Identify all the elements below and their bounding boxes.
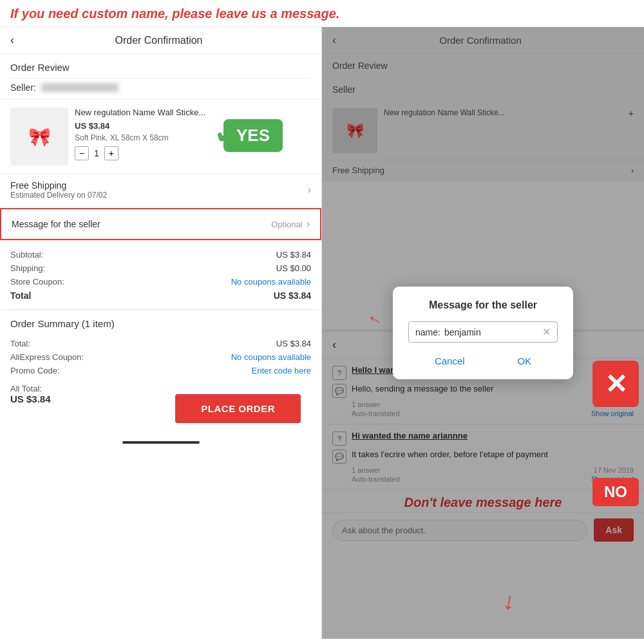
dialog-input-row[interactable]: name: benjamin ✕ — [408, 321, 558, 343]
total-value: US $3.84 — [274, 290, 311, 301]
product-image-placeholder: 🎀 — [10, 108, 68, 166]
subtotal-row: Subtotal: US $3.84 — [10, 248, 311, 261]
message-chevron-icon: › — [307, 218, 310, 230]
yes-badge: YES — [223, 119, 283, 152]
cost-summary: Subtotal: US $3.84 Shipping: US $0.00 St… — [0, 242, 321, 310]
shipping-cost-row: Shipping: US $0.00 — [10, 261, 311, 275]
seller-label: Seller: — [10, 82, 36, 93]
coupon-row: Store Coupon: No coupons available — [10, 275, 311, 289]
right-panel: ‹ Order Confirmation Order Review Seller… — [322, 27, 644, 639]
os-total-value: US $3.84 — [276, 339, 311, 348]
message-optional-label: Optional — [271, 220, 302, 229]
all-total-row: All Total: US $3.84 PLACE ORDER — [0, 380, 321, 436]
os-total-label: Total: — [10, 339, 30, 348]
place-order-button[interactable]: PLACE ORDER — [175, 394, 301, 423]
shipping-subtitle: Estimated Delivery on 07/02 — [10, 191, 308, 200]
total-label: Total — [10, 290, 31, 301]
message-for-seller-row[interactable]: Message for the seller Optional › — [0, 208, 321, 240]
qty-increase-btn[interactable]: + — [104, 146, 118, 160]
total-row: Total US $3.84 — [10, 289, 311, 303]
order-summary-costs: Total: US $3.84 AliExpress Coupon: No co… — [0, 334, 321, 380]
bottom-nav-bar — [122, 441, 200, 444]
shipping-row[interactable]: Free Shipping Estimated Delivery on 07/0… — [0, 174, 321, 207]
all-total-value: US $3.84 — [10, 393, 51, 404]
shipping-cost-label: Shipping: — [10, 263, 45, 273]
qty-decrease-btn[interactable]: − — [75, 146, 89, 160]
coupon-label: Store Coupon: — [10, 277, 64, 287]
product-image: 🎀 — [10, 108, 68, 166]
all-total-label: All Total: — [10, 384, 51, 393]
dialog-buttons: Cancel OK — [408, 353, 558, 369]
os-promo-label: Promo Code: — [10, 366, 60, 375]
red-arrow-up: ↑ — [363, 310, 386, 328]
message-seller-label: Message for the seller — [12, 219, 271, 229]
qty-value: 1 — [94, 148, 99, 158]
product-name: New regulation Name Wall Sticke... — [75, 108, 305, 118]
left-panel: ‹ Order Confirmation Order Review Seller… — [0, 27, 322, 639]
dialog-clear-icon[interactable]: ✕ — [542, 326, 551, 338]
os-total-row: Total: US $3.84 — [10, 337, 311, 350]
order-review-title: Order Review — [0, 54, 321, 78]
no-badge: NO — [592, 478, 639, 506]
os-promo-row: Promo Code: Enter code here — [10, 364, 311, 377]
banner-text: If you need custom name, please leave us… — [10, 6, 339, 21]
place-order-container: PLACE ORDER — [165, 384, 311, 433]
os-ali-coupon-label: AliExpress Coupon: — [10, 352, 84, 362]
os-promo-value: Enter code here — [251, 366, 311, 375]
subtotal-label: Subtotal: — [10, 250, 43, 260]
shipping-chevron-icon: › — [308, 184, 311, 196]
top-banner: If you need custom name, please leave us… — [0, 0, 644, 27]
coupon-value: No coupons available — [231, 277, 311, 287]
shipping-info: Free Shipping Estimated Delivery on 07/0… — [10, 180, 308, 200]
dialog-input-label: name: — [415, 327, 440, 337]
left-panel-title: Order Confirmation — [22, 35, 296, 46]
left-panel-header: ‹ Order Confirmation — [0, 27, 321, 54]
dialog-cancel-button[interactable]: Cancel — [422, 353, 478, 369]
dialog-input-value: benjamin — [444, 327, 542, 337]
dialog-ok-button[interactable]: OK — [504, 353, 544, 369]
all-total-labels: All Total: US $3.84 — [10, 384, 51, 404]
seller-name-blurred — [41, 83, 118, 92]
product-row: 🎀 New regulation Name Wall Sticke... US … — [0, 100, 321, 174]
shipping-cost-value: US $0.00 — [276, 263, 311, 273]
dialog-title: Message for the seller — [408, 299, 558, 311]
subtotal-value: US $3.84 — [276, 250, 311, 260]
left-back-arrow[interactable]: ‹ — [10, 33, 14, 47]
order-summary-title: Order Summary (1 item) — [0, 310, 321, 334]
os-ali-coupon-row: AliExpress Coupon: No coupons available — [10, 350, 311, 364]
os-ali-coupon-value: No coupons available — [231, 352, 311, 362]
seller-row: Seller: — [0, 79, 321, 100]
main-layout: ‹ Order Confirmation Order Review Seller… — [0, 27, 644, 639]
dialog-overlay: Message for the seller name: benjamin ✕ … — [322, 27, 644, 639]
dialog-box: Message for the seller name: benjamin ✕ … — [393, 287, 573, 379]
shipping-title: Free Shipping — [10, 180, 308, 191]
red-x-badge: ✕ — [592, 361, 639, 407]
